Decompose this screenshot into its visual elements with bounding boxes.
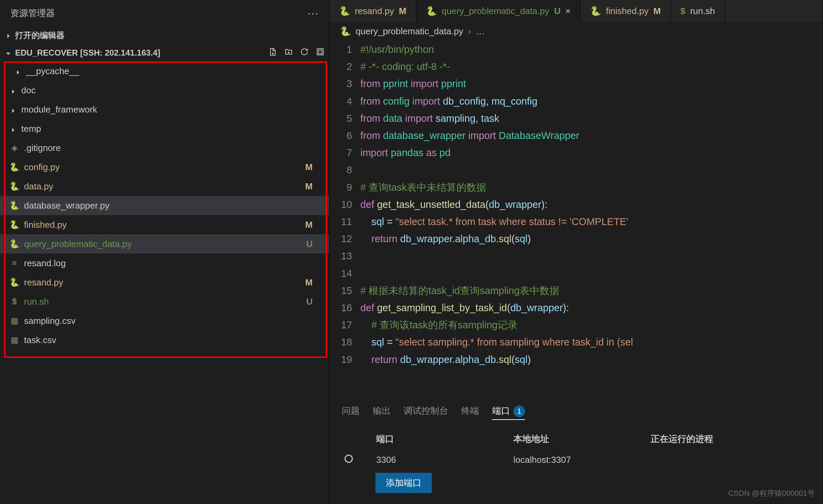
- file-item[interactable]: ◈.gitignore: [0, 138, 329, 157]
- explorer-header: 资源管理器 ···: [0, 0, 329, 26]
- python-icon: 🐍: [590, 6, 601, 16]
- port-header: 端口: [376, 433, 513, 445]
- open-editors-label: 打开的编辑器: [15, 30, 65, 41]
- chevron-right-icon: ›: [468, 26, 471, 37]
- vcs-badge: U: [306, 239, 320, 249]
- panel-tab[interactable]: 调试控制台: [404, 403, 448, 420]
- explorer-title: 资源管理器: [10, 7, 55, 19]
- refresh-icon[interactable]: [300, 48, 309, 58]
- vcs-badge: M: [305, 162, 320, 173]
- tab[interactable]: 🐍resand.pyM: [329, 0, 416, 22]
- status-icon: [345, 455, 353, 463]
- svg-rect-1: [318, 50, 322, 54]
- address-header: 本地地址: [513, 433, 651, 445]
- vcs-badge: U: [306, 296, 320, 307]
- table-row[interactable]: 3306localhost:3307: [342, 450, 811, 470]
- shell-icon: $: [10, 297, 19, 306]
- vcs-badge: M: [399, 6, 406, 16]
- csv-icon: ▦: [10, 316, 19, 326]
- file-item[interactable]: ▦task.csv: [0, 330, 329, 350]
- tab-bar: 🐍resand.pyM🐍query_problematic_data.pyU×🐍…: [329, 0, 823, 22]
- tab-label: finished.py: [606, 6, 648, 16]
- tab-label: query_problematic_data.py: [442, 6, 549, 16]
- vcs-badge: M: [305, 220, 320, 230]
- panel-tab[interactable]: 问题: [342, 403, 360, 420]
- file-item[interactable]: module_framework: [0, 100, 329, 119]
- tab-label: resand.py: [355, 6, 394, 16]
- close-icon[interactable]: ×: [565, 6, 570, 16]
- new-folder-icon[interactable]: [285, 48, 293, 58]
- file-item[interactable]: 🐍database_wrapper.py: [0, 196, 329, 215]
- file-item[interactable]: doc: [0, 81, 329, 100]
- file-item[interactable]: 🐍query_problematic_data.pyU: [0, 234, 329, 254]
- file-item[interactable]: ≡resand.log: [0, 254, 329, 273]
- file-item[interactable]: 🐍data.pyM: [0, 177, 329, 196]
- code-content[interactable]: #!/usr/bin/python# -*- coding: utf-8 -*-…: [360, 41, 823, 398]
- file-name: sampling.csv: [24, 316, 76, 326]
- file-item[interactable]: temp: [0, 119, 329, 138]
- open-editors-section[interactable]: 打开的编辑器: [0, 26, 329, 44]
- python-icon: 🐍: [339, 6, 350, 16]
- new-file-icon[interactable]: [269, 48, 277, 58]
- workspace-section[interactable]: EDU_RECOVER [SSH: 202.141.163.4]: [0, 44, 329, 61]
- add-port-button[interactable]: 添加端口: [375, 473, 432, 493]
- vcs-badge: M: [653, 6, 661, 16]
- collapse-icon[interactable]: [316, 48, 324, 58]
- table-header: 端口 本地地址 正在运行的进程: [342, 428, 811, 450]
- file-name: resand.log: [24, 258, 66, 269]
- panel-tab[interactable]: 端口1: [492, 403, 525, 420]
- csv-icon: ▦: [10, 335, 19, 345]
- process-cell: [651, 455, 788, 465]
- breadcrumb[interactable]: 🐍 query_problematic_data.py › …: [329, 22, 823, 41]
- vcs-badge: M: [305, 277, 320, 288]
- file-name: run.sh: [24, 296, 49, 307]
- ports-table: 端口 本地地址 正在运行的进程 3306localhost:3307 添加端口: [329, 425, 823, 496]
- file-item[interactable]: 🐍config.pyM: [0, 157, 329, 177]
- file-name: query_problematic_data.py: [24, 239, 132, 249]
- vcs-badge: M: [305, 181, 320, 192]
- process-header: 正在运行的进程: [651, 433, 788, 445]
- breadcrumb-ellipsis: …: [476, 26, 485, 37]
- port-cell: 3306: [376, 455, 513, 465]
- svg-rect-0: [317, 49, 323, 55]
- tab[interactable]: 🐍finished.pyM: [580, 0, 671, 22]
- tab[interactable]: $run.sh: [671, 0, 725, 22]
- file-item[interactable]: ▦sampling.csv: [0, 311, 329, 330]
- panel-tabs: 问题输出调试控制台终端端口1: [329, 398, 823, 425]
- file-name: temp: [21, 124, 41, 134]
- chevron-down-icon: [5, 49, 12, 56]
- git-icon: ◈: [10, 143, 19, 153]
- line-gutter: 12345678910111213141516171819: [329, 41, 360, 398]
- file-item[interactable]: $run.shU: [0, 292, 329, 311]
- python-icon: 🐍: [10, 201, 19, 210]
- file-name: finished.py: [24, 220, 67, 230]
- python-icon: 🐍: [340, 26, 351, 37]
- tab[interactable]: 🐍query_problematic_data.pyU×: [416, 0, 581, 22]
- panel-tab[interactable]: 终端: [461, 403, 479, 420]
- python-icon: 🐍: [10, 181, 19, 191]
- chevron-right-icon: [5, 32, 12, 39]
- panel-tab[interactable]: 输出: [373, 403, 391, 420]
- vcs-badge: U: [554, 6, 561, 16]
- tab-label: run.sh: [690, 6, 715, 16]
- file-name: config.py: [24, 162, 60, 173]
- file-item[interactable]: 🐍resand.pyM: [0, 273, 329, 292]
- code-editor[interactable]: 12345678910111213141516171819 #!/usr/bin…: [329, 41, 823, 398]
- editor-area: 🐍resand.pyM🐍query_problematic_data.pyU×🐍…: [329, 0, 823, 504]
- workspace-toolbar: [269, 48, 324, 58]
- chevron-right-icon: [10, 125, 16, 132]
- workspace-label: EDU_RECOVER [SSH: 202.141.163.4]: [15, 48, 160, 58]
- shell-icon: $: [680, 6, 685, 16]
- file-name: resand.py: [24, 277, 63, 288]
- python-icon: 🐍: [10, 278, 19, 287]
- chevron-right-icon: [10, 106, 16, 113]
- file-item[interactable]: 🐍finished.pyM: [0, 215, 329, 234]
- file-name: database_wrapper.py: [24, 200, 109, 211]
- more-icon[interactable]: ···: [308, 7, 319, 20]
- address-cell: localhost:3307: [513, 455, 651, 465]
- python-icon: 🐍: [10, 239, 19, 249]
- chevron-right-icon: [14, 68, 21, 74]
- file-item[interactable]: __pycache__: [0, 61, 329, 81]
- python-icon: 🐍: [426, 6, 437, 16]
- python-icon: 🐍: [10, 220, 19, 230]
